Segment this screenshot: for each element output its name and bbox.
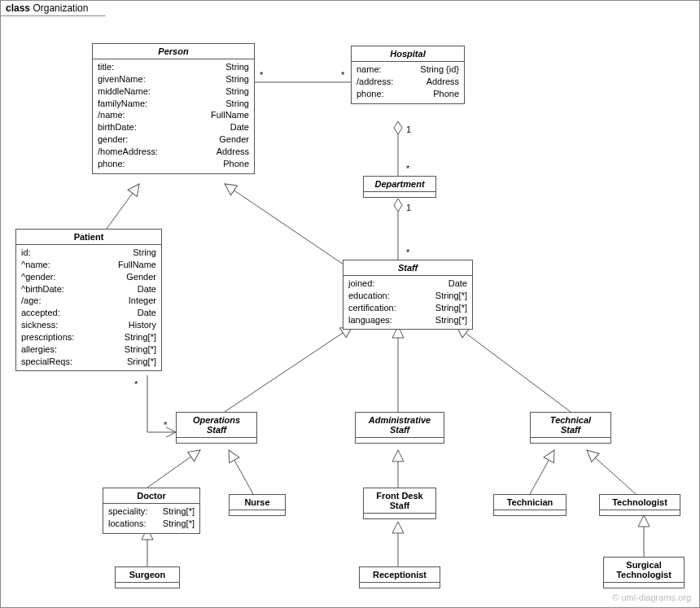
class-title: Doctor	[103, 488, 199, 504]
attr-row: joined:Date	[348, 278, 467, 290]
attr-row: certification:String[*]	[348, 302, 467, 314]
class-title: Technical Staff	[531, 413, 610, 438]
watermark: © uml-diagrams.org	[612, 593, 691, 602]
frame-tab: class Organization	[0, 0, 106, 16]
frame-name: Organization	[33, 2, 88, 14]
class-nurse: Nurse	[229, 494, 286, 516]
attr-row: /age:Integer	[21, 295, 156, 307]
attr-row: givenName:String	[98, 73, 249, 85]
svg-text:*: *	[406, 247, 410, 257]
attr-row: sickness:History	[21, 319, 156, 331]
svg-line-16	[147, 450, 200, 488]
attr-row: prescriptions:String[*]	[21, 331, 156, 343]
attr-row: ^name:FullName	[21, 259, 156, 271]
class-title: Patient	[16, 230, 161, 245]
svg-line-13	[225, 326, 352, 412]
class-person: Person title:StringgivenName:Stringmiddl…	[92, 43, 255, 174]
class-surgeon: Surgeon	[115, 566, 180, 588]
class-title: Technologist	[600, 495, 680, 510]
attr-row: ^gender:Gender	[21, 271, 156, 283]
attr-row: birthDate:Date	[98, 121, 249, 133]
class-technologist: Technologist	[599, 494, 680, 516]
class-front-desk-staff: Front Desk Staff	[363, 488, 436, 519]
class-operations-staff: Operations Staff	[176, 412, 257, 444]
class-technical-staff: Technical Staff	[530, 412, 611, 444]
class-patient: Patient id:String^name:FullName^gender:G…	[15, 229, 162, 371]
class-title: Staff	[343, 260, 472, 276]
svg-line-9	[107, 184, 139, 229]
attr-row: /name:FullName	[98, 109, 249, 121]
class-title: Operations Staff	[177, 413, 256, 438]
svg-line-17	[229, 450, 253, 494]
attr-row: /address:Address	[357, 76, 459, 88]
class-staff: Staff joined:Dateeducation:String[*]cert…	[343, 260, 473, 330]
svg-text:1: 1	[406, 125, 411, 134]
svg-line-10	[225, 184, 351, 269]
attr-row: locations:String[*]	[108, 518, 195, 530]
class-attrs: speciality:String[*]locations:String[*]	[103, 504, 199, 533]
class-title: Surgical Technologist	[604, 558, 684, 583]
svg-text:*: *	[134, 379, 138, 389]
attr-row: title:String	[98, 61, 249, 73]
class-title: Person	[93, 44, 254, 59]
attr-row: /homeAddress:Address	[98, 146, 249, 158]
class-doctor: Doctor speciality:String[*]locations:Str…	[103, 488, 200, 534]
attr-row: phone:Phone	[357, 88, 459, 100]
class-hospital: Hospital name:String {id}/address:Addres…	[351, 46, 465, 104]
attr-row: education:String[*]	[348, 290, 467, 302]
class-title: Receptionist	[360, 567, 440, 582]
attr-row: id:String	[21, 247, 156, 259]
class-surgical-technologist: Surgical Technologist	[603, 557, 685, 588]
class-title: Department	[364, 177, 435, 191]
attr-row: specialReqs:Sring[*]	[21, 356, 156, 368]
class-receptionist: Receptionist	[359, 566, 440, 588]
class-attrs: name:String {id}/address:Addressphone:Ph…	[352, 62, 464, 103]
attr-row: languages:String[*]	[348, 314, 467, 326]
attr-row: name:String {id}	[357, 63, 459, 76]
svg-line-15	[457, 326, 571, 412]
svg-text:1: 1	[406, 203, 411, 212]
class-title: Surgeon	[116, 567, 179, 582]
class-title: Front Desk Staff	[364, 488, 435, 514]
attr-row: phone:Phone	[98, 158, 249, 170]
svg-text:*: *	[406, 164, 410, 173]
svg-text:*: *	[164, 420, 168, 430]
attr-row: gender:Gender	[98, 133, 249, 146]
class-attrs: title:StringgivenName:StringmiddleName:S…	[93, 59, 254, 173]
svg-line-19	[530, 450, 554, 494]
package-frame: class Organization * *	[0, 0, 700, 608]
class-title: Technician	[494, 495, 566, 510]
svg-text:*: *	[341, 70, 345, 80]
attr-row: accepted:Date	[21, 307, 156, 319]
attr-row: middleName:String	[98, 85, 249, 98]
attr-row: allergies:String[*]	[21, 343, 156, 356]
class-department: Department	[363, 176, 436, 198]
class-title: Administrative Staff	[356, 413, 444, 438]
svg-text:*: *	[260, 70, 264, 80]
frame-keyword: class	[6, 2, 30, 14]
class-attrs: id:String^name:FullName^gender:Gender^bi…	[16, 245, 161, 370]
class-administrative-staff: Administrative Staff	[355, 412, 444, 444]
class-attrs: joined:Dateeducation:String[*]certificat…	[343, 276, 472, 329]
class-technician: Technician	[493, 494, 567, 516]
svg-line-20	[587, 450, 636, 494]
class-title: Hospital	[352, 46, 464, 62]
class-title: Nurse	[230, 495, 285, 510]
attr-row: familyName:String	[98, 98, 249, 110]
attr-row: ^birthDate:Date	[21, 283, 156, 295]
attr-row: speciality:String[*]	[108, 505, 195, 518]
